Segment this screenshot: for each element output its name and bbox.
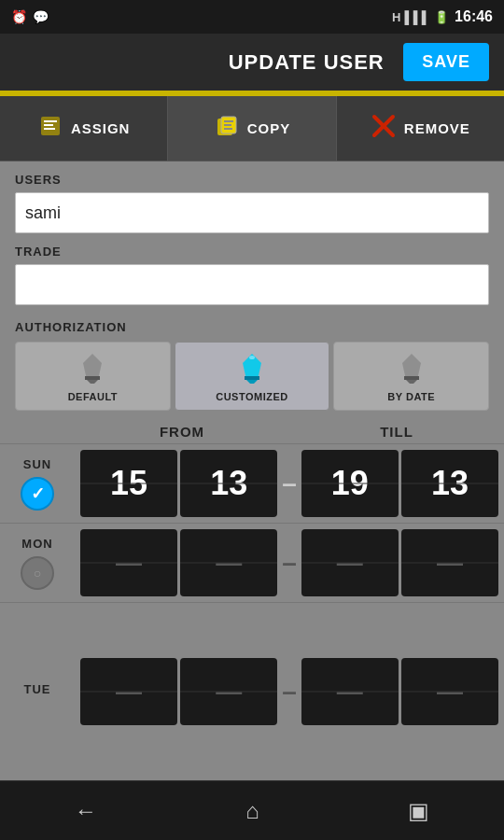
default-icon (77, 352, 107, 385)
mon-from-min[interactable]: — (180, 529, 277, 596)
assign-button[interactable]: ASSIGN (0, 96, 168, 161)
main-content: USERS TRADE AUTHORIZATION DEFAULT (0, 161, 504, 780)
mon-label-col: MON ○ (0, 529, 75, 597)
svg-rect-16 (245, 376, 259, 380)
mon-separator: – (280, 548, 299, 578)
nav-bar: ← ⌂ ▣ (0, 780, 504, 840)
sun-check-icon: ✓ (31, 483, 45, 504)
status-left-icons: ⏰ 💬 (11, 9, 49, 24)
mon-name: MON (21, 537, 52, 551)
copy-svg-icon (214, 113, 240, 139)
authorization-label: AUTHORIZATION (15, 320, 489, 334)
tue-row: TUE — — – — — (0, 602, 504, 780)
remove-label: REMOVE (404, 120, 470, 136)
svg-rect-1 (44, 120, 57, 122)
signal-bars-icon: ▌▌▌ (404, 10, 430, 24)
svg-marker-19 (406, 380, 417, 384)
tue-separator: – (280, 677, 299, 707)
mon-check-icon: ○ (34, 566, 41, 581)
back-button[interactable]: ← (56, 789, 116, 833)
svg-marker-12 (87, 380, 98, 384)
top-bar: UPDATE USER SAVE (0, 34, 504, 93)
copy-label: COPY (247, 120, 291, 136)
svg-marker-18 (402, 354, 421, 380)
tue-label-col: TUE (0, 675, 75, 709)
svg-marker-15 (246, 380, 258, 384)
sun-toggle[interactable]: ✓ (21, 477, 54, 511)
bydate-icon (397, 352, 427, 385)
sun-time-cells: 15 13 – 19 13 (75, 444, 504, 523)
status-bar: ⏰ 💬 H ▌▌▌ 🔋 16:46 (0, 0, 504, 34)
authorization-section: AUTHORIZATION DEFAULT (0, 313, 504, 418)
bydate-label: BY DATE (387, 391, 435, 402)
signal-area: H ▌▌▌ 🔋 (392, 10, 449, 24)
auth-default-button[interactable]: DEFAULT (15, 342, 171, 411)
sun-from-min[interactable]: 13 (180, 450, 277, 517)
sun-till-min[interactable]: 13 (401, 450, 498, 517)
tue-from-hour[interactable]: — (80, 658, 177, 725)
svg-rect-6 (224, 120, 233, 122)
sun-name: SUN (23, 457, 51, 471)
svg-marker-11 (83, 354, 102, 380)
trade-label: TRADE (15, 245, 489, 259)
svg-rect-20 (404, 376, 419, 380)
mon-till-hour[interactable]: — (301, 529, 399, 596)
auth-bydate-button[interactable]: BY DATE (333, 342, 489, 411)
remove-icon (371, 113, 397, 145)
assign-label: ASSIGN (71, 120, 131, 136)
trade-input[interactable] (15, 264, 489, 305)
mon-row: MON ○ — — – — — (0, 523, 504, 602)
status-right-info: H ▌▌▌ 🔋 16:46 (392, 8, 493, 25)
battery-icon: 🔋 (434, 10, 449, 24)
assign-svg-icon (37, 113, 63, 139)
mon-till-min[interactable]: — (401, 529, 498, 596)
svg-rect-2 (44, 124, 53, 126)
tue-time-cells: — — – — — (75, 652, 504, 731)
alarm-icon: ⏰ (11, 9, 27, 24)
save-button[interactable]: SAVE (403, 43, 489, 81)
h-icon: H (392, 10, 400, 24)
copy-icon (214, 113, 240, 145)
users-section: USERS (0, 161, 504, 241)
assign-icon (37, 113, 63, 145)
from-label: FROM (75, 424, 289, 440)
users-label: USERS (15, 173, 489, 187)
sun-till-hour[interactable]: 19 (301, 450, 399, 517)
trade-section: TRADE (0, 241, 504, 313)
svg-rect-8 (224, 128, 232, 130)
tue-from-min[interactable]: — (180, 658, 277, 725)
customized-icon (237, 352, 267, 385)
sun-separator: – (280, 469, 299, 498)
page-title: UPDATE USER (209, 50, 403, 75)
remove-button[interactable]: REMOVE (337, 96, 504, 161)
recent-button[interactable]: ▣ (389, 789, 448, 833)
tue-name: TUE (24, 682, 51, 696)
auth-buttons-row: DEFAULT CUSTOMIZED (15, 342, 489, 411)
till-label: TILL (289, 424, 504, 440)
default-label: DEFAULT (68, 391, 118, 402)
svg-rect-13 (85, 376, 100, 380)
mon-time-cells: — — – — — (75, 524, 504, 602)
tue-till-min[interactable]: — (401, 658, 498, 725)
sun-row: SUN ✓ 15 13 – 19 13 (0, 443, 504, 523)
pencil-cyan-svg (237, 352, 267, 385)
clock: 16:46 (455, 8, 493, 25)
tue-till-hour[interactable]: — (301, 658, 399, 725)
remove-svg-icon (371, 113, 397, 139)
pencil-gray-svg (77, 352, 107, 385)
mon-toggle[interactable]: ○ (21, 556, 54, 590)
svg-rect-3 (44, 128, 55, 130)
svg-rect-7 (224, 124, 231, 126)
copy-button[interactable]: COPY (168, 96, 336, 161)
auth-customized-button[interactable]: CUSTOMIZED (175, 342, 330, 411)
users-input[interactable] (15, 192, 489, 233)
svg-point-17 (249, 356, 255, 359)
home-button[interactable]: ⌂ (227, 789, 278, 833)
mon-from-hour[interactable]: — (80, 529, 177, 596)
action-buttons-row: ASSIGN COPY REMOVE (0, 96, 504, 161)
customized-label: CUSTOMIZED (216, 391, 288, 402)
message-icon: 💬 (33, 9, 49, 24)
from-till-header: FROM TILL (0, 418, 504, 443)
sun-label-col: SUN ✓ (0, 450, 75, 518)
sun-from-hour[interactable]: 15 (80, 450, 177, 517)
